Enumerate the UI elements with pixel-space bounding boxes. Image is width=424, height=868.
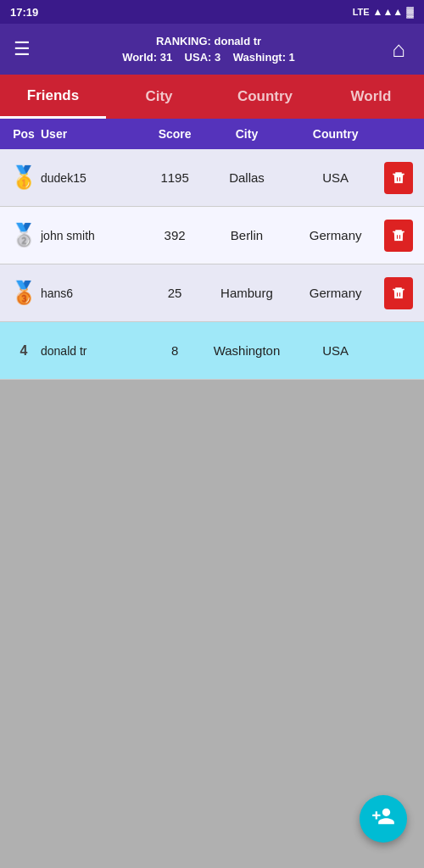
rank-pos: 4: [7, 343, 41, 359]
medal-pos: 🥇: [7, 164, 41, 191]
world-rank: World: 31: [122, 51, 172, 64]
country: Germany: [291, 286, 380, 300]
ranking-label: RANKING:: [156, 35, 211, 47]
usa-rank: USA: 3: [185, 51, 221, 64]
medal-icon: 🥇: [10, 164, 37, 191]
hamburger-menu[interactable]: ☰: [7, 31, 37, 67]
tab-city[interactable]: City: [106, 75, 212, 119]
city: Hamburg: [203, 286, 292, 300]
table-row: 🥇 dudek15 1195 Dallas USA: [0, 149, 424, 207]
table-header: Pos User Score City Country: [0, 119, 424, 149]
country: USA: [291, 343, 380, 358]
table-row: 4 donald tr 8 Washington USA: [0, 322, 424, 380]
country: Germany: [291, 228, 380, 242]
score: 1195: [148, 170, 203, 185]
time-display: 17:19: [10, 6, 38, 19]
washington-rank: Washingt: 1: [233, 51, 295, 64]
user-name: john smith: [41, 229, 148, 242]
header-score: Score: [148, 127, 203, 141]
medal-icon: 🥉: [10, 280, 37, 306]
status-icons: LTE ▲▲▲ ▓: [353, 6, 414, 18]
medal-pos: 🥉: [7, 280, 41, 306]
network-icon: LTE: [353, 7, 370, 17]
delete-cell[interactable]: [380, 162, 417, 194]
tab-bar: Friends City Country World: [0, 75, 424, 119]
home-icon: ⌂: [392, 36, 405, 63]
header-user: User: [41, 127, 148, 141]
delete-button[interactable]: [384, 220, 413, 252]
tab-friends[interactable]: Friends: [0, 75, 106, 119]
home-button[interactable]: ⌂: [380, 31, 417, 68]
add-friend-fab[interactable]: [360, 795, 407, 843]
score: 392: [148, 228, 203, 242]
city: Washington: [203, 343, 292, 358]
delete-button[interactable]: [384, 277, 413, 309]
header-pos: Pos: [7, 127, 41, 141]
score: 25: [148, 286, 203, 300]
city: Dallas: [203, 170, 292, 185]
medal-icon: 🥈: [10, 222, 37, 248]
header-city: City: [203, 127, 292, 141]
table-row: 🥈 john smith 392 Berlin Germany: [0, 207, 424, 264]
battery-icon: ▓: [406, 6, 414, 18]
tab-world[interactable]: World: [318, 75, 424, 119]
medal-pos: 🥈: [7, 222, 41, 248]
background-area: [0, 380, 424, 770]
signal-icon: ▲▲▲: [373, 6, 404, 18]
ranking-user: donald tr: [215, 35, 262, 47]
table-body: 🥇 dudek15 1195 Dallas USA: [0, 149, 424, 380]
status-bar: 17:19 LTE ▲▲▲ ▓: [0, 0, 424, 24]
table-row: 🥉 hans6 25 Hamburg Germany: [0, 264, 424, 322]
tab-country[interactable]: Country: [212, 75, 318, 119]
user-name: dudek15: [41, 171, 148, 185]
add-friend-icon: [371, 804, 395, 833]
country: USA: [291, 170, 380, 185]
top-bar: ☰ RANKING: donald tr World: 31 USA: 3 Wa…: [0, 24, 424, 75]
delete-cell[interactable]: [380, 220, 417, 252]
user-name: donald tr: [41, 344, 148, 358]
ranking-info: RANKING: donald tr World: 31 USA: 3 Wash…: [37, 33, 380, 66]
user-name: hans6: [41, 287, 148, 300]
header-country: Country: [291, 127, 380, 141]
city: Berlin: [203, 228, 292, 242]
delete-cell[interactable]: [380, 277, 417, 309]
score: 8: [148, 343, 203, 358]
delete-button[interactable]: [384, 162, 413, 194]
